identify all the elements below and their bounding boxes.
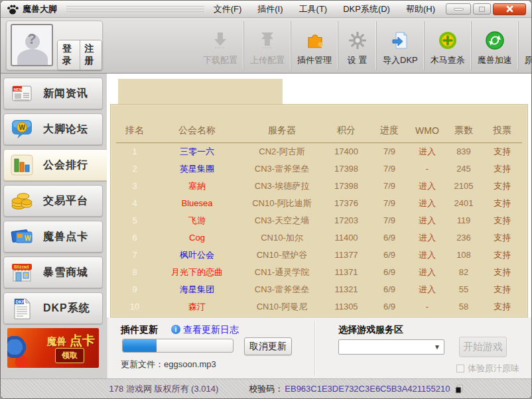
cell-wmo-link[interactable]: 进入	[409, 264, 445, 281]
cell-votes: 55	[445, 281, 482, 298]
menu-item-4[interactable]: 帮助(H)	[406, 3, 435, 15]
window-controls	[446, 3, 526, 15]
cell-rank: 1	[116, 143, 153, 160]
toolbar-button-label: 设 置	[348, 54, 367, 66]
column-header: 服务器	[241, 125, 323, 143]
copy-icon[interactable]	[455, 384, 464, 394]
cell-votes: 236	[445, 229, 482, 247]
cell-vote-link[interactable]: 支持	[482, 281, 522, 298]
cell-wmo-link[interactable]: 进入	[409, 212, 445, 229]
info-icon[interactable]: i	[171, 325, 180, 334]
sidebar-item-trade-coins[interactable]: 交易平台	[3, 185, 103, 217]
cell-guild-name-link[interactable]: 枫叶公会	[153, 247, 241, 264]
toolbar-button-speed-boost[interactable]: 魔兽加速	[471, 21, 518, 70]
ad-claim-button[interactable]: 领取	[55, 348, 84, 363]
minimize-button[interactable]	[446, 3, 471, 15]
cell-wmo-link[interactable]: 进入	[409, 247, 445, 264]
menu-item-0[interactable]: 文件(F)	[214, 3, 242, 15]
toolbar-buttons: 下载配置上传配置插件管理设 置导入DKP木马查杀魔兽加速原汁原味	[197, 21, 532, 70]
titlebar-decorative-lines	[66, 6, 204, 13]
menu-item-2[interactable]: 工具(T)	[299, 3, 328, 15]
sidebar-item-dkp-doc[interactable]: DKPDKP系统	[3, 292, 103, 324]
cell-server: CN10-壁炉谷	[241, 247, 323, 264]
close-button[interactable]	[493, 3, 526, 15]
cell-rank: 10	[116, 298, 153, 315]
cell-score: 11321	[323, 281, 369, 298]
start-game-button: 开始游戏	[459, 337, 507, 357]
cell-score: 11305	[323, 298, 369, 315]
cell-vote-link[interactable]: 支持	[482, 195, 522, 212]
cell-guild-name-link[interactable]: 飞游	[153, 212, 241, 229]
cell-progress: 6/9	[369, 247, 409, 264]
sidebar-item-label: 大脚论坛	[43, 123, 88, 137]
cell-vote-link[interactable]: 支持	[482, 143, 522, 160]
cell-rank: 6	[116, 229, 153, 247]
cell-guild-name-link[interactable]: 英星集團	[153, 160, 241, 178]
sidebar-item-guild-rank[interactable]: 公会排行	[3, 149, 107, 181]
cell-vote-link[interactable]: 支持	[482, 229, 522, 247]
cell-votes: 2105	[445, 178, 482, 195]
svg-text:DKP: DKP	[16, 300, 25, 304]
cell-guild-name-link[interactable]: 海星集团	[153, 281, 241, 298]
column-header: 投票	[482, 125, 522, 143]
cell-server: CN1-通灵学院	[241, 264, 323, 281]
toolbar-button-plugin-manager[interactable]: 插件管理	[291, 21, 338, 70]
download-config-icon	[212, 29, 229, 52]
menu-item-3[interactable]: DKP系统(D)	[343, 3, 390, 15]
cell-guild-name-link[interactable]: 塞納	[153, 178, 241, 195]
status-bar: 178 游戏网 版权所有 (3.014) 校验码： EB963C1E3DE732…	[1, 378, 532, 398]
toolbar-button-skull[interactable]: 原汁原味	[518, 21, 532, 70]
original-flavor-checkbox-row: 体验原汁原味	[456, 363, 519, 374]
cell-guild-name-link[interactable]: Cog	[153, 229, 241, 247]
sidebar: NEWS新闻资讯W大脚论坛公会排行交易平台W魔兽点卡Blizzad暴雪商城DKP…	[1, 74, 107, 380]
menu-bar: 文件(F)插件(I)工具(T)DKP系统(D)帮助(H)	[214, 3, 435, 15]
cell-vote-link[interactable]: 支持	[482, 212, 522, 229]
cell-score: 17203	[323, 212, 369, 229]
game-card-icon: W	[9, 223, 35, 250]
cell-wmo-link[interactable]: 进入	[409, 195, 445, 212]
login-button[interactable]: 登录	[58, 40, 80, 70]
cell-vote-link[interactable]: 支持	[482, 247, 522, 264]
sidebar-item-news[interactable]: NEWS新闻资讯	[3, 78, 103, 109]
column-header: 票数	[445, 125, 482, 143]
toolbar-button-virus-scan[interactable]: 木马查杀	[424, 21, 471, 70]
bottom-divider	[314, 321, 315, 376]
cell-wmo-link[interactable]: 进入	[409, 143, 445, 160]
column-header: WMO	[409, 125, 445, 143]
cell-guild-name-link[interactable]: Bluesea	[153, 195, 241, 212]
column-header: 排名	[116, 125, 153, 143]
cell-guild-name-link[interactable]: 三零一六	[153, 143, 241, 160]
cell-guild-name-link[interactable]: 森汀	[153, 298, 241, 315]
cell-vote-link[interactable]: 支持	[482, 160, 522, 178]
plugin-manager-icon	[304, 29, 324, 52]
cell-guild-name-link[interactable]: 月光下的恋曲	[153, 264, 241, 281]
cell-wmo-link[interactable]: 进入	[409, 281, 445, 298]
menu-item-1[interactable]: 插件(I)	[257, 3, 283, 15]
cell-score: 17398	[323, 178, 369, 195]
avatar: ?	[11, 24, 53, 66]
maximize-button[interactable]	[473, 3, 491, 15]
register-button[interactable]: 注册	[80, 40, 102, 70]
cancel-update-button[interactable]: 取消更新	[244, 337, 292, 355]
sidebar-item-game-card[interactable]: W魔兽点卡	[3, 221, 103, 253]
server-dropdown[interactable]: ▼	[338, 339, 444, 355]
toolbar-button-import-dkp[interactable]: 导入DKP	[376, 21, 424, 70]
cell-vote-link[interactable]: 支持	[482, 298, 522, 315]
sidebar-item-blizzard-shop[interactable]: Blizzad暴雪商城	[3, 256, 103, 288]
sidebar-item-forum[interactable]: W大脚论坛	[3, 113, 103, 145]
cell-vote-link[interactable]: 支持	[482, 264, 522, 281]
ad-banner[interactable]: 魔兽 点卡 领取	[7, 328, 99, 368]
content-tab[interactable]	[118, 79, 283, 107]
import-dkp-icon	[391, 29, 409, 52]
view-update-log-link[interactable]: 查看更新日志	[183, 324, 239, 336]
cell-vote-link[interactable]: 支持	[482, 178, 522, 195]
table-row: 8月光下的恋曲CN1-通灵学院113716/9进入82支持	[116, 264, 522, 281]
update-file-label: 更新文件：eggsoon.mp3	[121, 359, 216, 370]
toolbar-button-settings-gear[interactable]: 设 置	[338, 21, 376, 70]
cell-score: 17376	[323, 195, 369, 212]
title-bar: 魔兽大脚 文件(F)插件(I)工具(T)DKP系统(D)帮助(H)	[1, 1, 531, 18]
cell-wmo-link[interactable]: 进入	[409, 178, 445, 195]
cell-rank: 5	[116, 212, 153, 229]
cell-wmo-link[interactable]: 进入	[409, 229, 445, 247]
table-row: 5飞游CN3-天空之墙172037/9进入119支持	[116, 212, 522, 229]
